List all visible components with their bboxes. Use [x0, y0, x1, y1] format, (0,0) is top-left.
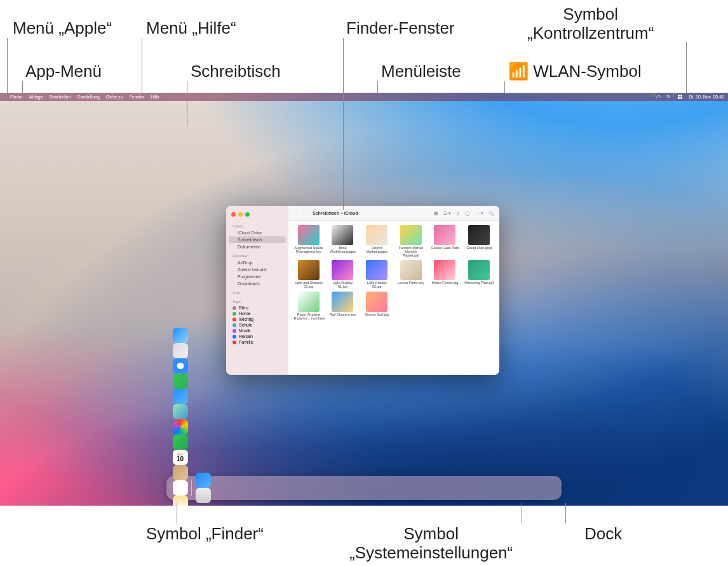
file-item[interactable]: Golden Gate Park — [430, 225, 461, 257]
file-name: Augmented Space Reimagined.key — [294, 246, 323, 254]
sidebar-item-schreibtisch[interactable]: Schreibtisch — [229, 236, 286, 243]
sidebar-item-icloud-drive[interactable]: iCloud Drive — [226, 229, 288, 236]
sidebar-item-airdrop[interactable]: AirDrop — [226, 259, 288, 266]
dock-trash-icon[interactable] — [196, 488, 211, 503]
file-item[interactable]: Farmers Market Monthly Packet.pdf — [396, 225, 426, 257]
anno-app-menu: App-Menü — [25, 62, 102, 81]
dock-facetime-icon[interactable] — [173, 435, 188, 450]
anno-syspref: Symbol „Systemeinstellungen“ — [349, 525, 513, 563]
sidebar-item-dokumente[interactable]: Dokumente — [226, 243, 288, 250]
file-thumbnail — [468, 260, 490, 280]
dock-maps-icon[interactable] — [173, 404, 188, 419]
spotlight-icon[interactable]: 🔍 — [666, 95, 672, 100]
file-item[interactable]: District Market.pages — [361, 225, 392, 257]
wifi-status-icon[interactable] — [656, 95, 661, 100]
finder-sidebar: iCloud iCloud DriveSchreibtischDokumente… — [226, 206, 288, 375]
zoom-button[interactable] — [245, 212, 250, 217]
tag-büro[interactable]: Büro — [226, 305, 288, 311]
anno-desktop: Schreibtisch — [191, 62, 281, 81]
tag-familie[interactable]: Familie — [226, 339, 288, 345]
finder-icon-grid: Augmented Space Reimagined.keyBlind Work… — [288, 221, 499, 375]
dock-photos-icon[interactable] — [173, 419, 188, 435]
tags-button[interactable]: ◯ — [465, 211, 470, 216]
tag-reisen[interactable]: Reisen — [226, 334, 288, 339]
dock-launchpad-icon[interactable] — [173, 343, 188, 358]
back-button[interactable]: 〈 — [293, 210, 298, 217]
file-item[interactable]: Light and Shadow 01.jpg — [293, 260, 324, 289]
anno-help-menu: Menü „Hilfe“ — [146, 19, 236, 38]
tag-color-dot — [233, 340, 236, 344]
finder-window[interactable]: iCloud iCloud DriveSchreibtischDokumente… — [226, 206, 499, 375]
share-button[interactable]: ⇪ — [456, 211, 460, 216]
file-name: Marketing Plan.pdf — [464, 281, 494, 285]
file-name: Farmers Market Monthly Packet.pdf — [396, 246, 426, 257]
file-name: Paper Airplane Experim….numbers — [294, 313, 323, 321]
tag-label: Familie — [239, 340, 253, 344]
file-item[interactable]: Sunset Surf.jpg — [361, 292, 392, 321]
dock-downloads-icon[interactable] — [196, 473, 211, 488]
menubar: FinderAblageBearbeitenDarstellungGehe zu… — [0, 93, 728, 101]
dock-finder-icon[interactable] — [173, 328, 188, 343]
tag-home[interactable]: Home — [226, 311, 288, 316]
file-item[interactable]: Paper Airplane Experim….numbers — [293, 292, 324, 321]
file-thumbnail — [468, 225, 490, 245]
menu-gehe zu[interactable]: Gehe zu — [106, 95, 123, 99]
tag-label: Reisen — [239, 334, 253, 339]
control-center-icon[interactable] — [678, 95, 683, 100]
sidebar-item-downloads[interactable]: Downloads — [226, 280, 288, 287]
tag-color-dot — [233, 318, 236, 321]
group-button[interactable]: ☰ ▾ — [443, 211, 451, 216]
dock-contacts-icon[interactable] — [173, 465, 188, 480]
file-name: Sunset Surf.jpg — [365, 313, 389, 317]
anno-cc: Symbol „Kontrollzentrum“ — [527, 5, 654, 43]
anno-finder-window: Finder-Fenster — [346, 19, 455, 38]
desktop[interactable]: FinderAblageBearbeitenDarstellungGehe zu… — [0, 93, 728, 506]
tag-musik[interactable]: Musik — [226, 328, 288, 334]
search-button[interactable]: 🔍 — [489, 211, 494, 216]
file-item[interactable]: Augmented Space Reimagined.key — [293, 225, 324, 257]
sidebar-item-programme[interactable]: Programme — [226, 273, 288, 280]
file-item[interactable]: Light Display 03.jpg — [361, 260, 392, 289]
view-icons-button[interactable]: ▦ — [434, 211, 438, 216]
menu-ablage[interactable]: Ablage — [29, 95, 43, 99]
file-item[interactable]: Louisa Parris.key — [396, 260, 426, 289]
dock-messages-icon[interactable] — [173, 374, 188, 389]
close-button[interactable] — [231, 212, 236, 217]
dock-calendar-icon[interactable]: NOV10 — [173, 450, 188, 465]
tag-color-dot — [233, 312, 236, 316]
tag-schule[interactable]: Schule — [226, 322, 288, 328]
menu-darstellung[interactable]: Darstellung — [78, 95, 100, 99]
menu-bearbeiten[interactable]: Bearbeiten — [50, 95, 71, 99]
dock-safari-icon[interactable] — [173, 358, 188, 374]
file-thumbnail — [434, 225, 455, 245]
minimize-button[interactable] — [238, 212, 243, 217]
tag-label: Büro — [239, 306, 248, 310]
file-thumbnail — [332, 225, 353, 245]
file-item[interactable]: Marketing Plan.pdf — [464, 260, 494, 289]
actions-button[interactable]: ⋯ ▾ — [475, 211, 483, 216]
dock-reminders-icon[interactable] — [173, 480, 188, 495]
tag-wichtig[interactable]: Wichtig — [226, 316, 288, 322]
tag-label: Schule — [239, 323, 252, 327]
file-thumbnail — [366, 225, 388, 245]
app-menu[interactable]: Finder — [10, 95, 23, 99]
file-name: Rail Chasers.key — [330, 313, 356, 317]
file-item[interactable]: Blind Workshop.pages — [328, 225, 358, 257]
dock-mail-icon[interactable] — [173, 389, 188, 404]
menubar-datetime[interactable]: Di. 10. Nov. 00:41 — [689, 95, 724, 99]
dock-notes-icon[interactable] — [173, 495, 188, 506]
anno-finder-icon: Symbol „Finder“ — [146, 525, 264, 544]
sidebar-section-locations: Orte — [226, 290, 288, 296]
wifi-icon-glyph: 📶 — [508, 62, 529, 81]
menu-hilfe[interactable]: Hilfe — [151, 95, 159, 99]
file-item[interactable]: Macro Flower.jpg — [430, 260, 461, 289]
forward-button[interactable]: 〉 — [303, 210, 307, 217]
file-thumbnail — [298, 292, 320, 312]
file-name: Blind Workshop.pages — [328, 246, 357, 254]
file-item[interactable]: Group Ride.jpeg — [464, 225, 494, 257]
file-item[interactable]: Light Display 01.jpg — [328, 260, 358, 289]
file-name: Light Display 01.jpg — [328, 281, 357, 289]
file-item[interactable]: Rail Chasers.key — [328, 292, 358, 321]
sidebar-item-zuletzt-benutzt[interactable]: Zuletzt benutzt — [226, 266, 288, 273]
menu-fenster[interactable]: Fenster — [129, 95, 144, 99]
